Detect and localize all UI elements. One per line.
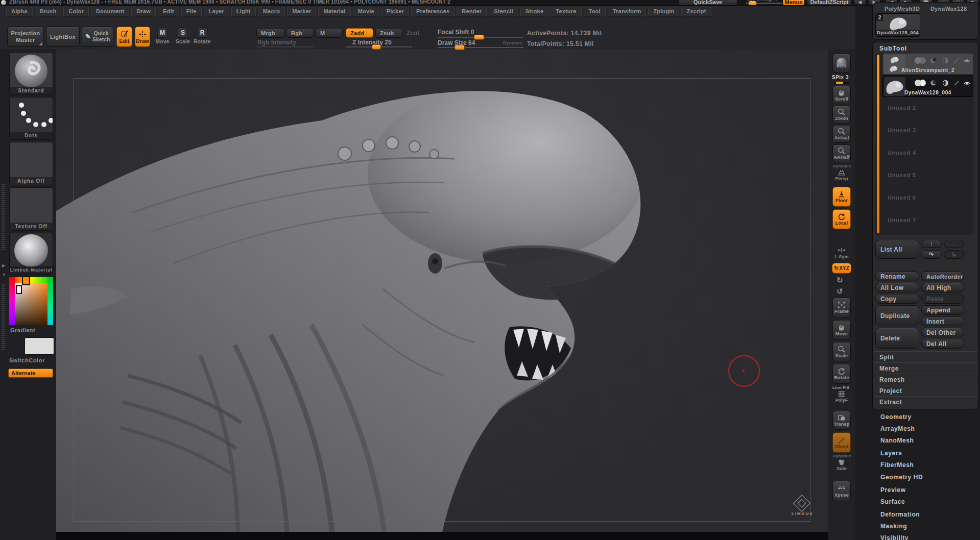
rotate-button[interactable]: R Rotate — [193, 28, 211, 47]
menu-edit[interactable]: Edit — [158, 7, 179, 17]
menu-stencil[interactable]: Stencil — [489, 7, 518, 17]
transp-button[interactable]: Transp — [832, 411, 851, 430]
quicksave-button[interactable]: QuickSave — [678, 0, 737, 6]
menu-transform[interactable]: Transform — [608, 7, 647, 17]
list-all-button[interactable]: List All — [875, 240, 919, 259]
del-other-button[interactable]: Del Other — [921, 328, 964, 337]
subtool-item-alienstreampaint[interactable]: AlienStreampaint_2 — [882, 53, 973, 75]
section-visibility[interactable]: Visibility — [880, 534, 909, 540]
shelf-move-button[interactable]: Move — [832, 320, 851, 339]
polymesh3d-label[interactable]: PolyMesh3D — [885, 6, 920, 12]
section-nanomesh[interactable]: NanoMesh — [880, 437, 914, 444]
menu-zplugin[interactable]: Zplugin — [648, 7, 679, 17]
autoreorder-button[interactable]: AutoReorder — [921, 272, 964, 281]
stroke-thumbnail[interactable]: Dots — [9, 97, 53, 140]
subtool-header[interactable]: SubTool — [879, 45, 907, 52]
menu-picker[interactable]: Picker — [381, 7, 409, 17]
menu-zscript[interactable]: Zscript — [681, 7, 711, 17]
tray-expand-arrow-icon[interactable]: ▶ — [2, 263, 5, 268]
menu-stroke[interactable]: Stroke — [520, 7, 548, 17]
rgb-button[interactable]: Rgb — [286, 28, 314, 38]
del-all-button[interactable]: Del All — [921, 339, 964, 349]
persp-button[interactable]: Persp — [831, 168, 852, 181]
brush-thumbnail[interactable]: Standard — [9, 52, 53, 95]
merge-row[interactable]: Merge — [874, 362, 977, 374]
xpose-button[interactable]: Xpose — [832, 481, 851, 501]
dynawax-label[interactable]: DynaWax128 — [930, 6, 967, 12]
hue-marker[interactable] — [22, 276, 30, 285]
section-deformation[interactable]: Deformation — [880, 511, 920, 518]
menu-material[interactable]: Material — [318, 7, 350, 17]
subtool-item-dynawax-selected[interactable]: DynaWax128_004 — [882, 76, 973, 97]
menu-color[interactable]: Color — [63, 7, 89, 17]
frame-button[interactable]: Frame — [832, 298, 851, 317]
scale-button[interactable]: S Scale — [174, 28, 192, 47]
section-geometry[interactable]: Geometry — [880, 413, 912, 421]
see-through-handle[interactable] — [749, 1, 756, 5]
zadd-button[interactable]: Zadd — [346, 28, 373, 38]
z-intensity-handle[interactable] — [372, 44, 381, 50]
mrgb-button[interactable]: Mrgb — [256, 28, 284, 38]
insert-button[interactable]: Insert — [921, 316, 964, 326]
section-arraymesh[interactable]: ArrayMesh — [880, 425, 915, 432]
copy-button[interactable]: Copy — [875, 294, 919, 304]
subtool1-polypaint-icon[interactable] — [915, 57, 921, 64]
subtool-up-button[interactable]: ↑ — [921, 240, 942, 248]
active-tool-thumbnail[interactable]: 2 DynaWax128_004 — [875, 13, 920, 37]
split-row[interactable]: Split — [874, 351, 977, 362]
rotate-y-button[interactable]: ↻ — [836, 276, 843, 285]
texture-thumbnail[interactable]: Texture Off — [9, 187, 53, 231]
subtool1-paint-icon[interactable] — [953, 57, 960, 64]
subtool2-polypaint-icon[interactable] — [915, 80, 921, 86]
subtool-unused-2[interactable]: Unused 2 — [888, 105, 916, 111]
bpr-button[interactable]: BPR — [832, 54, 851, 72]
remesh-row[interactable]: Remesh — [874, 374, 977, 385]
menu-render[interactable]: Render — [457, 7, 487, 17]
draw-size-slider[interactable] — [438, 47, 523, 48]
menu-draw[interactable]: Draw — [131, 7, 156, 17]
solo-button[interactable]: Solo — [831, 458, 852, 471]
material-thumbnail[interactable]: Limkuk Material 0 — [9, 233, 53, 275]
hue-left-bar[interactable] — [9, 277, 15, 325]
move-button[interactable]: M Move — [153, 28, 172, 47]
menu-layer[interactable]: Layer — [204, 7, 229, 17]
menu-tool[interactable]: Tool — [584, 7, 606, 17]
all-high-button[interactable]: All High — [921, 283, 964, 292]
subtool1-uv-icon[interactable] — [930, 57, 937, 64]
tray-collapse-arrow-icon[interactable]: ▼ — [2, 273, 6, 277]
ghost-button[interactable]: Ghost — [832, 432, 851, 453]
tray-scroll-strip-lower[interactable] — [2, 284, 5, 350]
subtool2-paint-icon[interactable] — [953, 80, 960, 86]
panel-left-icon[interactable]: ◄ — [854, 0, 866, 5]
aahalf-button[interactable]: AAHalf — [832, 144, 851, 162]
menu-marker[interactable]: Marker — [287, 7, 316, 17]
document-canvas[interactable]: LIMKUK — [56, 49, 828, 532]
default-zscript-button[interactable]: DefaultZScript — [807, 0, 852, 6]
switchcolor-swatch[interactable] — [25, 337, 54, 355]
subtool2-uv-icon[interactable] — [930, 80, 937, 86]
subtool-unused-4[interactable]: Unused 4 — [888, 150, 916, 156]
hue-right-bar[interactable] — [47, 277, 53, 325]
subtool-unused-7[interactable]: Unused 7 — [888, 217, 916, 223]
section-surface[interactable]: Surface — [880, 498, 905, 505]
subtool-scrollbar[interactable] — [877, 55, 879, 233]
delete-button[interactable]: Delete — [875, 328, 919, 349]
spix-handle[interactable] — [836, 82, 843, 84]
all-low-button[interactable]: All Low — [875, 283, 919, 292]
project-row[interactable]: Project — [874, 385, 977, 396]
section-preview[interactable]: Preview — [880, 486, 906, 494]
extract-row[interactable]: Extract — [874, 396, 977, 407]
local-button[interactable]: Local — [832, 209, 851, 229]
menu-movie[interactable]: Movie — [353, 7, 379, 17]
subtool-unused-6[interactable]: Unused 6 — [888, 194, 916, 201]
menu-macro[interactable]: Macro — [258, 7, 285, 17]
duplicate-button[interactable]: Duplicate — [875, 305, 919, 326]
section-fibermesh[interactable]: FiberMesh — [880, 461, 914, 469]
section-masking[interactable]: Masking — [880, 523, 907, 530]
subtool-down-button[interactable]: ↓ — [944, 240, 964, 248]
subtool-movedown-button[interactable]: ↳ — [944, 250, 964, 259]
shelf-rotate-button[interactable]: Rotate — [832, 364, 851, 384]
subtool-unused-5[interactable]: Unused 5 — [888, 172, 916, 178]
rotate-z-button[interactable]: ↺ — [836, 287, 843, 296]
rename-button[interactable]: Rename — [875, 272, 919, 281]
